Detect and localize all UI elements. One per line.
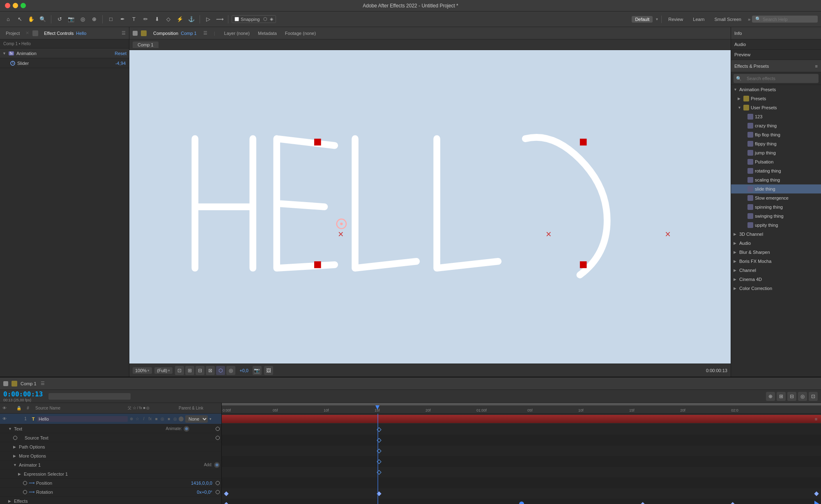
brush-tool[interactable]: ✏ <box>140 14 150 24</box>
eraser-tool[interactable]: ◇ <box>163 14 173 24</box>
workspace-small-screen[interactable]: Small Screen <box>711 16 744 23</box>
position-expression[interactable] <box>216 481 220 485</box>
motion-path-btn[interactable]: ◎ <box>226 366 235 375</box>
text-stopwatch[interactable] <box>216 427 220 431</box>
timeline-menu[interactable]: ☰ <box>41 381 45 386</box>
user-presets-folder[interactable]: ▼ User Presets <box>731 103 821 112</box>
workspace-default[interactable]: Default <box>632 16 653 23</box>
effects-menu-icon[interactable]: ≡ <box>815 64 818 69</box>
audio-section-title[interactable]: Audio <box>731 39 821 49</box>
kf-position-3[interactable] <box>814 491 819 496</box>
info-label[interactable]: Info <box>734 31 818 36</box>
camera-tool[interactable]: 📷 <box>66 14 76 24</box>
track-end-handle[interactable]: ≡ <box>813 416 819 422</box>
timeline-search-input[interactable] <box>48 393 131 400</box>
parent-dropdown[interactable]: None <box>185 415 208 423</box>
home-button[interactable]: ⌂ <box>3 14 13 24</box>
shape-tool[interactable]: □ <box>106 14 116 24</box>
puppet-tool[interactable]: ⚡ <box>175 14 185 24</box>
path-options-arrow[interactable]: ▶ <box>13 445 17 449</box>
preset-flippy[interactable]: flippy thing <box>731 139 821 148</box>
animator-add-btn[interactable]: ⊕ <box>214 462 220 468</box>
maximize-button[interactable] <box>21 3 26 8</box>
layer-1-lock[interactable] <box>15 416 21 422</box>
animator-arrow[interactable]: ▼ <box>13 463 17 467</box>
switch-fx[interactable]: fx <box>147 416 153 422</box>
timeline-ruler[interactable]: 0:00f 05f 10f 15f 20f 01:00f 05f 10f 15f… <box>222 403 821 414</box>
animate-add-btn[interactable]: ⊕ <box>184 426 189 432</box>
kf-rotation-4[interactable] <box>730 502 735 504</box>
layer-1-visibility[interactable]: 👁 <box>2 416 7 422</box>
zoom-dropdown[interactable]: 100% ▾ <box>133 367 152 374</box>
kf-rotation-2[interactable] <box>519 502 524 504</box>
timecode[interactable]: 0:00:00:13 <box>3 390 43 398</box>
zoom-tool[interactable]: 🔍 <box>38 14 48 24</box>
preset-uppity[interactable]: uppity thing <box>731 221 821 230</box>
expand-arrow[interactable]: ▼ <box>2 51 6 55</box>
preview-btn-1[interactable]: ▷ <box>203 14 213 24</box>
kf-rotation-3[interactable] <box>641 502 645 504</box>
pin-tool[interactable]: ⚓ <box>186 14 196 24</box>
preset-slide-thing[interactable]: slide thing <box>731 184 821 193</box>
section-boris-fx[interactable]: ▶ Boris FX Mocha <box>731 257 821 266</box>
text-expand[interactable]: ▼ <box>8 427 12 431</box>
switch-motion-blur[interactable]: ◎ <box>160 416 165 422</box>
timeline-btn-4[interactable]: ◎ <box>798 392 807 401</box>
preset-flip-flop[interactable]: flip flop thing <box>731 130 821 139</box>
timeline-btn-1[interactable]: ⊕ <box>766 392 775 401</box>
section-cinema-4d[interactable]: ▶ Cinema 4D <box>731 275 821 284</box>
pen-tool[interactable]: ✒ <box>117 14 127 24</box>
layer-1-name[interactable]: Hello <box>37 416 128 422</box>
rotation-stopwatch[interactable] <box>23 490 27 494</box>
section-audio[interactable]: ▶ Audio <box>731 239 821 248</box>
project-tab[interactable]: Project <box>3 30 22 37</box>
switch-adj[interactable]: ■ <box>166 416 172 422</box>
more-options-arrow[interactable]: ▶ <box>13 454 17 458</box>
switch-collapse[interactable]: / <box>141 416 147 422</box>
guides-btn[interactable]: ⊠ <box>206 366 215 375</box>
source-text-stopwatch[interactable] <box>216 436 220 440</box>
preview-btn-2[interactable]: ⟿ <box>215 14 225 24</box>
kf-rotation-1[interactable] <box>224 502 229 504</box>
comp-1-tab[interactable]: Comp 1 <box>133 41 159 48</box>
select-tool[interactable]: ↖ <box>15 14 25 24</box>
layer-tab[interactable]: Layer (none) <box>222 30 252 37</box>
animation-effect-header[interactable]: ▼ fx Animation Reset <box>0 48 129 58</box>
snapshot-btn[interactable]: 📷 <box>253 366 262 375</box>
preview-section-title[interactable]: Preview <box>731 50 821 60</box>
transparency-btn[interactable]: ⊞ <box>185 366 194 375</box>
rotation-expression[interactable] <box>216 490 220 494</box>
window-controls[interactable] <box>5 3 26 8</box>
section-color-correction[interactable]: ▶ Color Correction <box>731 284 821 293</box>
preset-crazy-thing[interactable]: crazy thing <box>731 121 821 130</box>
panel-menu-icon[interactable]: ☰ <box>122 30 126 36</box>
section-channel[interactable]: ▶ Channel <box>731 266 821 275</box>
metadata-tab[interactable]: Metadata <box>255 30 279 37</box>
switch-shy[interactable]: ☆ <box>135 416 140 422</box>
rotate-tool[interactable]: ↺ <box>55 14 64 24</box>
snapping-checkbox[interactable] <box>235 17 239 21</box>
grid-btn[interactable]: ⊟ <box>195 366 205 375</box>
search-help-input[interactable] <box>763 17 814 22</box>
position-value[interactable]: 1416,0,0,0 <box>191 481 212 486</box>
hand-tool[interactable]: ✋ <box>26 14 36 24</box>
parent-pick-whip[interactable] <box>179 417 184 421</box>
slider-value[interactable]: -4,94 <box>115 61 126 66</box>
kf-position-1[interactable] <box>224 491 229 496</box>
composition-tab[interactable]: Composition Comp 1 <box>151 30 199 37</box>
workspace-review[interactable]: Review <box>665 16 686 23</box>
presets-folder[interactable]: ▶ Presets <box>731 94 821 103</box>
preset-rotating[interactable]: rotating thing <box>731 166 821 175</box>
workspace-learn[interactable]: Learn <box>690 16 708 23</box>
section-3d-channel[interactable]: ▶ 3D Channel <box>731 230 821 239</box>
switch-3d[interactable]: ⊕ <box>129 416 134 422</box>
show-snapshot-btn[interactable]: 🖼 <box>264 366 273 375</box>
stamp-tool[interactable]: ⬇ <box>152 14 162 24</box>
preset-123[interactable]: 123 <box>731 112 821 121</box>
preset-jump[interactable]: jump thing <box>731 148 821 157</box>
preset-spinning[interactable]: spinning thing <box>731 203 821 212</box>
reset-button[interactable]: Reset <box>115 51 126 56</box>
search-help-box[interactable]: 🔍 <box>752 16 818 23</box>
mask-btn[interactable]: ⬡ <box>216 366 225 375</box>
effects-arrow[interactable]: ▶ <box>8 499 12 503</box>
